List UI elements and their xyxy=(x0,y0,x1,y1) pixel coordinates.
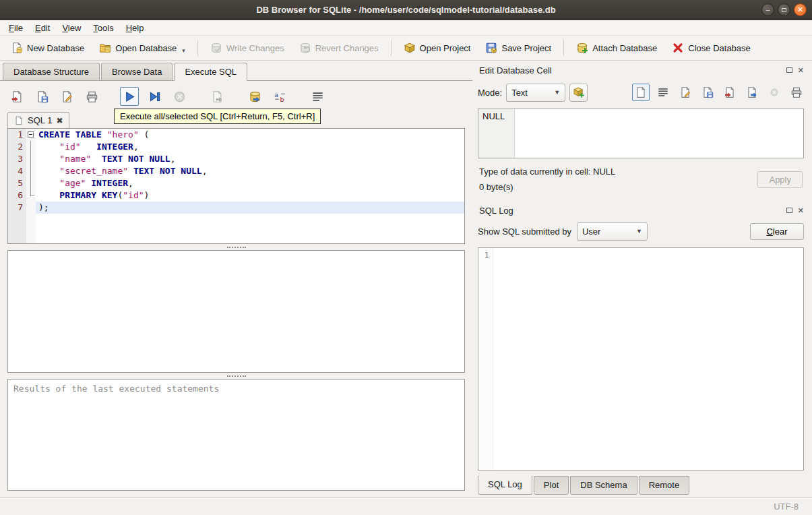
execute-all-button[interactable] xyxy=(120,87,139,106)
edit-cell-dock-controls: ✕ xyxy=(786,67,804,73)
text-view-button[interactable] xyxy=(632,84,650,101)
sql-editor-lines: 1CREATE TABLE "hero" (2 "id" INTEGER,3 "… xyxy=(8,129,464,214)
save-project-button[interactable]: Save Project xyxy=(478,38,558,58)
save-sql-as-button[interactable] xyxy=(57,87,76,106)
dock-float-icon[interactable] xyxy=(786,208,792,213)
sql-log-dock-controls: ✕ xyxy=(786,207,804,214)
statusbar: UTF-8 xyxy=(0,497,812,515)
clear-log-button[interactable]: Clear xyxy=(750,223,804,240)
close-button[interactable]: ✕ xyxy=(794,3,807,16)
line-number: 6 xyxy=(8,189,26,202)
app-window: DB Browser for SQLite - /home/user/code/… xyxy=(0,0,812,515)
close-database-button[interactable]: Close Database xyxy=(665,38,757,58)
cell-value-editor[interactable]: NULL xyxy=(478,109,804,158)
set-null-icon xyxy=(768,86,780,98)
import-file-button[interactable] xyxy=(569,84,588,102)
sql-doc-icon xyxy=(14,116,24,125)
format-sql-button[interactable] xyxy=(308,87,327,106)
encoding-indicator[interactable]: UTF-8 xyxy=(774,502,799,512)
fold-margin xyxy=(26,153,36,165)
fold-margin xyxy=(26,202,36,214)
save-project-icon xyxy=(485,42,497,54)
print-sql-button[interactable] xyxy=(82,87,101,106)
sql-doc-tab[interactable]: SQL 1 ✖ xyxy=(7,112,69,128)
fold-collapse-icon[interactable] xyxy=(28,131,34,138)
apply-button: Apply xyxy=(757,171,803,188)
save-sql-as-icon xyxy=(61,90,73,103)
log-filter-combobox[interactable]: User ▼ xyxy=(577,222,648,241)
code-text: CREATE TABLE "hero" ( xyxy=(36,129,464,141)
dock-close-icon[interactable]: ✕ xyxy=(798,207,804,214)
dock-float-icon[interactable] xyxy=(786,67,792,73)
menu-edit[interactable]: Edit xyxy=(29,21,56,35)
editor-line[interactable]: 2 "id" INTEGER, xyxy=(8,141,464,153)
open-sql-file-icon xyxy=(11,90,24,103)
save-cell-button[interactable] xyxy=(699,84,716,101)
editor-line[interactable]: 7); xyxy=(8,202,464,214)
open-project-button[interactable]: Open Project xyxy=(397,38,478,58)
cell-size-text: 0 byte(s) xyxy=(479,182,615,192)
import-cell-button[interactable] xyxy=(721,84,739,101)
code-text: "name" TEXT NOT NULL, xyxy=(36,153,464,165)
format-sql-icon xyxy=(311,90,324,103)
save-cell-icon xyxy=(701,86,714,98)
attach-database-button[interactable]: Attach Database xyxy=(569,38,664,58)
editor-line[interactable]: 4 "secret_name" TEXT NOT NULL, xyxy=(8,165,464,177)
maximize-button[interactable] xyxy=(778,3,790,16)
mode-combobox[interactable]: Text ▼ xyxy=(506,84,565,102)
open-database-button[interactable]: Open Database ▾ xyxy=(92,38,192,58)
execute-tooltip: Execute all/selected SQL [Ctrl+Return, F… xyxy=(114,109,321,124)
new-database-button[interactable]: New Database xyxy=(4,38,91,58)
execute-sql-panel: SQL 1 ✖ 1CREATE TABLE "hero" (2 "id" INT… xyxy=(0,81,472,497)
tab-plot[interactable]: Plot xyxy=(534,476,569,495)
editor-line[interactable]: 1CREATE TABLE "hero" ( xyxy=(8,129,464,141)
open-database-dropdown-icon[interactable]: ▾ xyxy=(182,47,185,54)
word-wrap-button[interactable] xyxy=(654,84,672,101)
new-database-icon xyxy=(11,42,23,54)
find-replace-button[interactable] xyxy=(270,87,289,106)
export-data-button[interactable] xyxy=(245,87,264,106)
menu-view[interactable]: View xyxy=(56,21,87,35)
tab-browse-data[interactable]: Browse Data xyxy=(101,63,173,80)
tab-remote[interactable]: Remote xyxy=(639,476,690,495)
dock-close-icon[interactable]: ✕ xyxy=(798,67,804,73)
open-in-app-button[interactable] xyxy=(677,84,694,101)
editor-line[interactable]: 5 "age" INTEGER, xyxy=(8,177,464,189)
export-cell-button[interactable] xyxy=(743,84,761,101)
cell-info-row: Type of data currently in cell: NULL 0 b… xyxy=(479,166,804,192)
editor-line[interactable]: 6 PRIMARY KEY("id") xyxy=(8,189,464,202)
menubar: File Edit View Tools Help xyxy=(0,20,812,36)
results-splitter[interactable] xyxy=(7,373,465,379)
editor-splitter[interactable] xyxy=(7,244,465,250)
sql-doc-close-icon[interactable]: ✖ xyxy=(56,116,63,125)
code-text: PRIMARY KEY("id") xyxy=(36,189,464,202)
tab-database-structure[interactable]: Database Structure xyxy=(3,63,100,80)
menu-help[interactable]: Help xyxy=(120,21,150,35)
sql-log-area[interactable]: 1 xyxy=(478,247,804,471)
sql-log-dock-header: SQL Log ✕ xyxy=(476,202,805,218)
stop-execution-button xyxy=(170,87,189,106)
titlebar[interactable]: DB Browser for SQLite - /home/user/code/… xyxy=(0,0,812,20)
execute-line-button[interactable] xyxy=(145,87,164,106)
minimize-button[interactable]: – xyxy=(761,3,774,16)
tab-db-schema[interactable]: DB Schema xyxy=(570,476,637,495)
sql-editor[interactable]: 1CREATE TABLE "hero" (2 "id" INTEGER,3 "… xyxy=(7,128,465,244)
fold-margin[interactable] xyxy=(26,129,36,141)
menu-tools[interactable]: Tools xyxy=(87,21,119,35)
chevron-down-icon: ▼ xyxy=(636,228,642,235)
line-number: 4 xyxy=(8,165,26,177)
menu-file[interactable]: File xyxy=(3,21,29,35)
results-grid[interactable] xyxy=(7,250,465,373)
print-cell-button[interactable] xyxy=(788,84,805,101)
tab-sql-log[interactable]: SQL Log xyxy=(478,475,532,495)
log-line-number: 1 xyxy=(478,248,493,470)
toolbar-separator xyxy=(391,40,392,56)
save-sql-file-button[interactable] xyxy=(32,87,51,106)
editor-line[interactable]: 3 "name" TEXT NOT NULL, xyxy=(8,153,464,165)
results-message-pane[interactable]: Results of the last executed statements xyxy=(7,379,465,491)
code-text: "age" INTEGER, xyxy=(36,177,464,189)
tab-execute-sql[interactable]: Execute SQL xyxy=(174,63,247,81)
code-text: ); xyxy=(36,202,464,214)
open-sql-file-button[interactable] xyxy=(7,87,26,106)
open-in-app-icon xyxy=(679,86,691,98)
